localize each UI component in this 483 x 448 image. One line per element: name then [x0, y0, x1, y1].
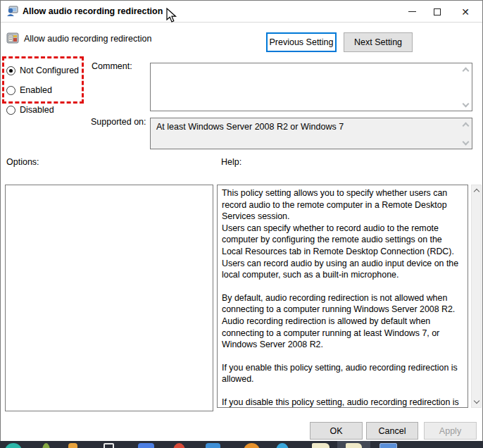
scroll-down-icon[interactable]: [463, 139, 468, 145]
taskbar-icon-lightblue[interactable]: [206, 443, 220, 448]
window-title: Allow audio recording redirection: [23, 6, 163, 16]
taskbar[interactable]: [0, 441, 483, 448]
close-button[interactable]: ✕: [450, 1, 481, 23]
screen: Allow audio recording redirection ✕ Allo…: [0, 0, 483, 448]
taskbar-icon-notes-active[interactable]: [346, 443, 362, 448]
apply-button: Apply: [424, 422, 477, 440]
maximize-button[interactable]: [422, 1, 453, 23]
radio-label: Enabled: [20, 85, 52, 95]
setting-title: Allow audio recording redirection: [24, 34, 151, 44]
options-label: Options:: [6, 157, 39, 167]
next-setting-button[interactable]: Next Setting: [344, 32, 413, 52]
radio-enabled[interactable]: Enabled: [6, 85, 52, 96]
help-label: Help:: [221, 157, 242, 167]
supported-on-value: At least Windows Server 2008 R2 or Windo…: [156, 122, 344, 132]
options-panel: [5, 185, 213, 411]
taskbar-icon-notes[interactable]: [312, 443, 330, 448]
scroll-up-icon[interactable]: [463, 122, 468, 127]
scroll-down-icon[interactable]: [474, 399, 479, 404]
radio-button-icon: [6, 86, 15, 95]
help-paragraph: By default, audio recording redirection …: [222, 292, 463, 351]
radio-button-icon: [6, 106, 15, 115]
scroll-up-icon[interactable]: [474, 188, 479, 194]
taskbar-icon-amber[interactable]: [68, 443, 77, 448]
help-paragraph: Users can specify whether to record audi…: [222, 223, 463, 281]
taskbar-icon-red[interactable]: [173, 443, 185, 448]
comment-textarea[interactable]: [150, 63, 472, 111]
close-icon: ✕: [461, 7, 470, 17]
taskbar-icon-monitor[interactable]: [380, 443, 397, 448]
radio-disabled[interactable]: Disabled: [6, 104, 54, 116]
taskbar-icon-teal[interactable]: [5, 443, 22, 448]
previous-setting-button[interactable]: Previous Setting: [266, 32, 337, 52]
taskbar-icon-outline[interactable]: [104, 443, 114, 448]
radio-not-configured[interactable]: Not Configured: [6, 65, 79, 76]
policy-setting-icon: [6, 32, 19, 44]
maximize-icon: [434, 8, 441, 15]
comment-label: Comment:: [92, 61, 132, 71]
radio-label: Not Configured: [20, 66, 79, 75]
policy-setting-dialog: Allow audio recording redirection ✕ Allo…: [0, 0, 483, 442]
ok-button[interactable]: OK: [310, 422, 363, 440]
taskbar-icon-orange[interactable]: [244, 443, 260, 448]
scroll-down-icon[interactable]: [463, 101, 468, 107]
supported-on-field: At least Windows Server 2008 R2 or Windo…: [150, 118, 472, 149]
titlebar[interactable]: Allow audio recording redirection ✕: [1, 1, 482, 23]
taskbar-icon-cyan[interactable]: [276, 443, 289, 448]
red-dashed-annotation: [2, 56, 84, 104]
cancel-button[interactable]: Cancel: [366, 422, 418, 440]
help-text-panel[interactable]: This policy setting allows you to specif…: [217, 185, 468, 408]
help-paragraph: If you disable this policy setting, audi…: [222, 397, 463, 408]
help-scrollbar[interactable]: [471, 185, 482, 408]
help-paragraph: This policy setting allows you to specif…: [222, 187, 463, 223]
minimize-icon: [408, 11, 416, 12]
scroll-up-icon[interactable]: [463, 67, 468, 73]
supported-on-label: Supported on:: [91, 117, 146, 127]
taskbar-icon-blue[interactable]: [138, 443, 154, 448]
radio-button-icon: [6, 66, 15, 75]
taskbar-icon-green[interactable]: [42, 443, 50, 448]
remote-user-icon: [6, 6, 18, 18]
radio-label: Disabled: [20, 105, 54, 115]
help-paragraph: If you enable this policy setting, audio…: [222, 362, 463, 385]
